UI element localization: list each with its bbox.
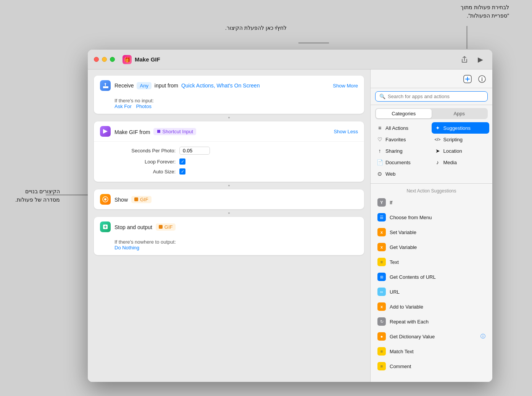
if-icon: Y [377, 198, 386, 207]
action-item-choose-menu[interactable]: ☰ Choose from Menu [374, 210, 489, 225]
action-item-if[interactable]: Y If [374, 195, 489, 210]
autosize-row: Auto Size: ✓ [114, 166, 358, 176]
repeat-each-icon: ↻ [377, 317, 386, 326]
sidebar-header [371, 70, 492, 88]
any-badge[interactable]: Any [137, 82, 151, 89]
sidebar-item-media[interactable]: ♪ Media [432, 157, 490, 168]
action-item-comment[interactable]: ≡ Comment [374, 359, 489, 373]
action-item-match-text[interactable]: ≡ Match Text [374, 344, 489, 359]
get-variable-label: Get Variable [390, 244, 485, 250]
loop-label: Loop Forever: [114, 159, 176, 165]
choose-menu-icon: ☰ [377, 213, 386, 221]
stop-action-header: Stop and output GIF [94, 217, 364, 237]
categories-grid: ≡ All Actions ✦ Suggestions ♡ Favorites … [371, 122, 492, 182]
media-icon: ♪ [435, 159, 441, 165]
show-gif-badge[interactable]: GIF [131, 196, 152, 203]
info-button[interactable] [476, 73, 488, 85]
get-contents-url-icon: ⊞ [377, 273, 386, 281]
make-gif-action-card: Make GIF from Shortcut Input Show Less S… [94, 121, 364, 182]
do-nothing-link[interactable]: Do Nothing [114, 245, 139, 251]
action-item-repeat-each[interactable]: ↻ Repeat with Each [374, 314, 489, 329]
sharing-icon: ↑ [377, 148, 383, 154]
web-icon: ⊙ [377, 171, 383, 177]
sidebar-item-documents[interactable]: 📄 Documents [374, 157, 432, 168]
sidebar-item-sharing[interactable]: ↑ Sharing [374, 145, 432, 157]
sidebar-item-web[interactable]: ⊙ Web [374, 168, 432, 179]
search-input[interactable] [388, 94, 484, 99]
show-action-header: Show GIF [94, 189, 364, 209]
action-item-get-variable[interactable]: x Get Variable [374, 240, 489, 254]
sidebar-item-favorites[interactable]: ♡ Favorites [374, 134, 432, 145]
show-more-button[interactable]: Show More [333, 83, 358, 89]
set-variable-label: Set Variable [390, 230, 485, 235]
choose-menu-label: Choose from Menu [390, 215, 485, 220]
url-label: URL [390, 289, 485, 295]
titlebar: 🎁 Make GIF ▶ [88, 50, 492, 70]
run-button[interactable]: ▶ [475, 54, 486, 65]
repeat-each-label: Repeat with Each [390, 319, 485, 325]
if-label: If [390, 200, 485, 205]
show-icon [100, 194, 111, 205]
scripting-icon: </> [435, 137, 441, 142]
sources-link[interactable]: Quick Actions, What's On Screen [181, 82, 260, 89]
action-list: Y If ☰ Choose from Menu x Set Variable x… [371, 195, 492, 382]
get-dict-info-icon[interactable]: ⓘ [480, 333, 485, 340]
sidebar-item-suggestions[interactable]: ✦ Suggestions [432, 122, 490, 134]
annotation-arrow-1 [467, 26, 467, 49]
shortcut-input-badge[interactable]: Shortcut Input [153, 128, 196, 135]
make-gif-body: Seconds Per Photo: Loop Forever: ✓ Auto … [94, 141, 364, 182]
minimize-button[interactable] [102, 57, 107, 62]
action-item-get-contents-url[interactable]: ⊞ Get Contents of URL [374, 270, 489, 284]
make-gif-action-header: Make GIF from Shortcut Input Show Less [94, 121, 364, 141]
action-item-get-dict-value[interactable]: ● Get Dictionary Value ⓘ [374, 329, 489, 344]
match-text-label: Match Text [390, 349, 485, 354]
all-actions-label: All Actions [385, 125, 408, 131]
sharing-label: Sharing [385, 148, 403, 154]
seconds-input[interactable] [179, 147, 210, 155]
sidebar-item-scripting[interactable]: </> Scripting [432, 134, 490, 145]
stop-gif-badge[interactable]: GIF [156, 223, 176, 231]
close-button[interactable] [94, 57, 99, 62]
shortcut-editor: Receive Any input from Quick Actions, Wh… [88, 70, 370, 382]
action-item-url[interactable]: ∞ URL [374, 284, 489, 299]
text-icon: ≡ [377, 258, 386, 266]
make-gif-icon [100, 126, 111, 137]
separator-1 [94, 116, 364, 119]
receive-action-header: Receive Any input from Quick Actions, Wh… [94, 76, 364, 95]
receive-action-card: Receive Any input from Quick Actions, Wh… [94, 76, 364, 114]
sidebar-item-location[interactable]: ➤ Location [432, 145, 490, 157]
category-apps-toggle: Categories Apps [375, 108, 488, 119]
share-button[interactable] [459, 54, 470, 65]
annotation-line-left [46, 195, 92, 195]
autosize-checkbox[interactable]: ✓ [179, 168, 185, 175]
receive-title: Receive Any input from Quick Actions, Wh… [114, 82, 260, 89]
stop-icon [100, 221, 111, 232]
all-actions-icon: ≡ [377, 125, 383, 131]
svg-point-1 [104, 198, 106, 200]
loop-checkbox[interactable]: ✓ [179, 158, 185, 165]
photos-link[interactable]: Photos [136, 103, 151, 109]
action-item-set-variable[interactable]: x Set Variable [374, 225, 489, 239]
search-container: 🔍 [371, 88, 492, 105]
receive-icon [100, 80, 111, 91]
show-less-button[interactable]: Show Less [334, 129, 358, 134]
app-icon: 🎁 [123, 55, 132, 64]
ask-for-link[interactable]: Ask For [114, 103, 132, 109]
add-action-button[interactable] [462, 73, 473, 85]
location-icon: ➤ [435, 148, 441, 154]
documents-icon: 📄 [377, 159, 383, 165]
comment-icon: ≡ [377, 362, 386, 370]
action-item-add-variable[interactable]: x Add to Variable [374, 299, 489, 314]
tab-categories[interactable]: Categories [376, 109, 432, 118]
annotation-top-right: לבחירת פעולות מתוך "ספריית הפעולות". [461, 3, 509, 20]
tab-apps[interactable]: Apps [432, 109, 487, 118]
receive-details: If there's no input: Ask For Photos [94, 95, 364, 114]
match-text-icon: ≡ [377, 347, 386, 356]
action-item-text[interactable]: ≡ Text [374, 255, 489, 269]
sidebar-item-all-actions[interactable]: ≡ All Actions [374, 122, 432, 134]
suggestions-section-label: Next Action Suggestions [371, 185, 492, 195]
loop-row: Loop Forever: ✓ [114, 157, 358, 166]
maximize-button[interactable] [110, 57, 115, 62]
get-variable-icon: x [377, 243, 386, 251]
text-label: Text [390, 259, 485, 265]
